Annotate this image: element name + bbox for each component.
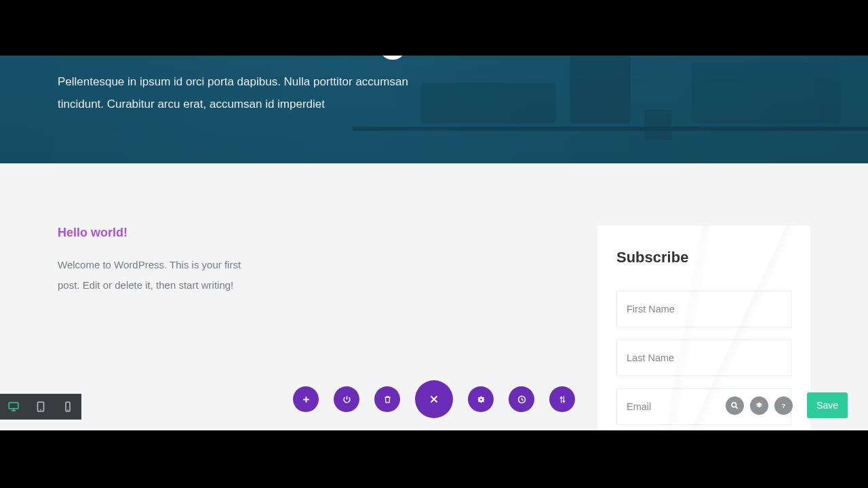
page-canvas: Pellentesque in ipsum id orci porta dapi… xyxy=(0,56,868,430)
svg-rect-13 xyxy=(303,399,309,400)
svg-text:?: ? xyxy=(782,402,786,409)
delete-button[interactable] xyxy=(374,386,400,412)
search-help-button[interactable] xyxy=(726,396,744,415)
first-name-placeholder: First Name xyxy=(627,304,675,314)
tablet-icon xyxy=(35,401,47,413)
gear-icon xyxy=(476,394,486,405)
svg-rect-2 xyxy=(570,56,631,123)
svg-rect-5 xyxy=(9,403,18,409)
plus-icon xyxy=(301,394,311,405)
save-button-label: Save xyxy=(816,400,838,411)
email-placeholder: Email xyxy=(627,401,651,412)
phone-icon xyxy=(62,401,74,413)
svg-rect-4 xyxy=(644,110,671,140)
clock-icon xyxy=(517,394,527,405)
blog-post: Hello world! Welcome to WordPress. This … xyxy=(58,226,261,296)
tablet-view-button[interactable] xyxy=(27,394,54,420)
svg-rect-1 xyxy=(420,83,556,123)
subscribe-title: Subscribe xyxy=(616,249,791,266)
sort-arrows-icon xyxy=(557,394,568,405)
phone-view-button[interactable] xyxy=(54,394,81,420)
last-name-field[interactable]: Last Name xyxy=(616,340,791,376)
layers-help-button[interactable] xyxy=(750,396,768,415)
svg-rect-3 xyxy=(692,62,841,123)
svg-point-16 xyxy=(480,399,482,401)
hero-paragraph: Pellentesque in ipsum id orci porta dapi… xyxy=(58,56,437,115)
desktop-view-button[interactable] xyxy=(0,394,27,420)
search-icon xyxy=(730,401,739,410)
save-button[interactable]: Save xyxy=(807,392,848,418)
add-button[interactable] xyxy=(293,386,319,412)
help-cluster: ? Save xyxy=(726,392,848,418)
sort-button[interactable] xyxy=(549,386,575,412)
settings-button[interactable] xyxy=(468,386,494,412)
responsive-preview-switcher xyxy=(0,394,81,420)
post-body: Welcome to WordPress. This is your first… xyxy=(58,255,261,296)
hero-section: Pellentesque in ipsum id orci porta dapi… xyxy=(0,56,868,163)
question-icon: ? xyxy=(779,401,788,410)
trash-icon xyxy=(382,394,393,405)
last-name-placeholder: Last Name xyxy=(627,352,674,363)
close-icon xyxy=(428,393,440,405)
desktop-icon xyxy=(7,401,20,413)
svg-point-18 xyxy=(732,403,736,407)
close-toolbar-button[interactable] xyxy=(415,380,453,418)
layers-icon xyxy=(755,401,764,410)
power-button[interactable] xyxy=(334,386,359,412)
first-name-field[interactable]: First Name xyxy=(616,291,791,327)
svg-line-19 xyxy=(736,407,738,409)
help-button[interactable]: ? xyxy=(774,396,793,415)
svg-rect-0 xyxy=(353,127,868,131)
history-button[interactable] xyxy=(509,386,534,412)
power-icon xyxy=(342,394,352,405)
builder-toolbar xyxy=(293,380,575,418)
post-title-link[interactable]: Hello world! xyxy=(58,226,261,240)
